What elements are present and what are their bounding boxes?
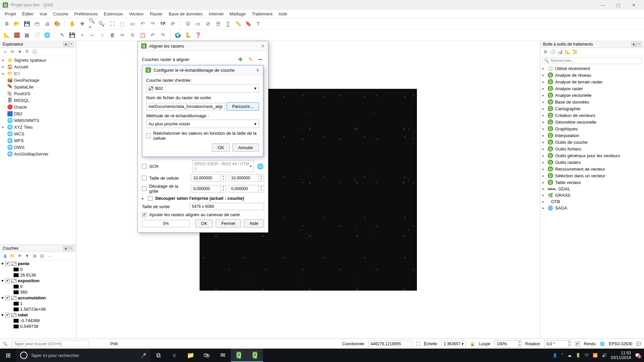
explorer-item[interactable]: ▸🏠Accueil: [0, 63, 76, 70]
notification-icon[interactable]: 💬2: [635, 353, 640, 358]
close-button[interactable]: ✕: [626, 0, 641, 10]
crs-icon[interactable]: 🌐: [600, 342, 605, 346]
add-raster-icon[interactable]: 🟫: [13, 31, 21, 39]
processing-item[interactable]: ▸QOutils fichiers: [540, 145, 644, 152]
zoom-last-icon[interactable]: ↶: [139, 20, 147, 28]
save-edits-icon[interactable]: 💾: [68, 31, 76, 39]
text-annotation-icon[interactable]: T: [254, 20, 262, 28]
cell-y-input[interactable]: ▲▼: [229, 174, 264, 182]
filter-icon[interactable]: ▼: [17, 49, 23, 55]
extents-icon[interactable]: ⛶: [416, 342, 420, 346]
add-layer-icon[interactable]: ✚: [236, 56, 244, 63]
processing-item[interactable]: ▸OTB: [540, 198, 644, 205]
processing-item[interactable]: ▸QBase de données: [540, 99, 644, 105]
clip-checkbox[interactable]: [148, 196, 153, 201]
layer-item[interactable]: ▾✔ndwi: [0, 312, 76, 318]
offset-y-input[interactable]: ▲▼: [229, 185, 264, 192]
minimize-button[interactable]: —: [595, 0, 610, 10]
zoom-layer-icon[interactable]: ▭: [128, 20, 137, 28]
menu-couche[interactable]: Couche: [51, 11, 71, 17]
cancel-button[interactable]: Annuler: [232, 143, 259, 152]
people-icon[interactable]: 👤: [552, 353, 557, 358]
new-map-view-icon[interactable]: 🗺: [159, 20, 167, 28]
explorer-item[interactable]: ▸🌐XYZ Tiles: [0, 124, 76, 130]
explorer-item[interactable]: ▸📁C:\: [0, 70, 76, 77]
add-vector-icon[interactable]: 📐: [3, 31, 11, 39]
processing-item[interactable]: ▸QAnalyse raster: [540, 85, 644, 92]
explorer-item[interactable]: ▸⭐Signets spatiaux: [0, 57, 76, 63]
volume-icon[interactable]: 🔊: [602, 353, 607, 358]
close-button[interactable]: Fermer: [216, 219, 241, 228]
explorer-item[interactable]: 📦GeoPackage: [0, 77, 76, 83]
browse-button[interactable]: Parcourir...: [226, 102, 259, 111]
offset-checkbox[interactable]: [142, 186, 147, 191]
add-canvas-checkbox[interactable]: ✔: [142, 213, 147, 217]
scr-combo[interactable]: EPSG:32630 - WGS 84 / UTM z ▾: [192, 160, 254, 172]
menu-base de données[interactable]: Base de données: [166, 11, 205, 17]
cellsize-checkbox[interactable]: [142, 176, 147, 180]
security-icon[interactable]: 🛡: [585, 353, 589, 358]
plugin-help-icon[interactable]: ❓: [194, 31, 202, 39]
zoom-in-icon[interactable]: 🔍+: [88, 20, 96, 28]
model-icon[interactable]: 📐: [565, 49, 571, 55]
properties-icon[interactable]: ⓘ: [32, 49, 38, 55]
map-canvas[interactable]: Q Aligner les rasters ✕ Couches raster à…: [76, 41, 540, 339]
processing-item[interactable]: ▸QTable vecteur: [540, 179, 644, 186]
taskbar-clock[interactable]: 11:53 03/11/2019: [611, 351, 631, 360]
undo-icon[interactable]: ↶: [149, 31, 157, 39]
layer-item[interactable]: ▾✔pente: [0, 261, 76, 266]
input-layer-combo[interactable]: B02 ▾: [146, 84, 259, 93]
processing-tree[interactable]: ▸🕓Utilisé récemment▸QAnalyse de réseau▸Q…: [540, 65, 644, 339]
filter-legend-icon[interactable]: ▼: [24, 253, 30, 259]
processing-item[interactable]: ▸🕓Utilisé récemment: [540, 65, 644, 72]
offset-x-input[interactable]: ▲▼: [191, 185, 226, 192]
paste-icon[interactable]: 📋: [139, 31, 147, 39]
refresh-icon[interactable]: ⟳: [9, 49, 15, 55]
render-checkbox[interactable]: ✔: [575, 342, 580, 346]
processing-item[interactable]: ▸🌀SAGA: [540, 205, 644, 211]
store-icon[interactable]: 🛍: [199, 349, 215, 362]
mic-icon[interactable]: 🎤: [141, 353, 146, 358]
zoom-out-icon[interactable]: 🔍-: [98, 20, 106, 28]
expand-icon[interactable]: ▸: [142, 196, 145, 201]
processing-item[interactable]: ▸QAnalyse de terrain raster: [540, 78, 644, 85]
panel-undock-icon[interactable]: ▣: [63, 246, 68, 251]
history-icon[interactable]: 🕓: [550, 49, 556, 55]
explorer-item[interactable]: 🌐ArcGisMapServer: [0, 150, 76, 157]
explorer-item[interactable]: 🗄MSSQL: [0, 97, 76, 104]
scale-combo[interactable]: 1:363657▾: [441, 341, 466, 347]
panel-undock-icon[interactable]: ▣: [631, 42, 636, 47]
measure-icon[interactable]: 📏: [234, 20, 242, 28]
panel-close-icon[interactable]: ✕: [69, 246, 73, 251]
add-group-icon[interactable]: 📁: [9, 253, 15, 259]
script-icon[interactable]: 📜: [572, 49, 578, 55]
zoom-selection-icon[interactable]: ⬚: [118, 20, 126, 28]
add-csv-icon[interactable]: 📄: [33, 31, 41, 39]
explorer-item[interactable]: 🌐WCS: [0, 130, 76, 137]
menu-aide[interactable]: Aide: [276, 11, 290, 17]
layer-style-icon[interactable]: 💧: [2, 253, 8, 259]
panel-undock-icon[interactable]: ▣: [63, 42, 68, 47]
bookmark-icon[interactable]: 🔖: [244, 20, 252, 28]
lock-icon[interactable]: 🔒: [470, 342, 475, 346]
plugin-python-icon[interactable]: 🐍: [184, 31, 192, 39]
field-calc-icon[interactable]: ∑: [224, 20, 232, 28]
delete-selected-icon[interactable]: 🗑: [108, 31, 116, 39]
explorer-item[interactable]: 🔴Oracle: [0, 104, 76, 110]
add-wms-icon[interactable]: 🌐: [43, 31, 51, 39]
collapse-all-icon[interactable]: ⊟: [39, 253, 45, 259]
add-feature-icon[interactable]: ＋: [78, 31, 86, 39]
style-manager-icon[interactable]: 🎨: [53, 20, 61, 28]
explorer-item[interactable]: 🌐WFS: [0, 137, 76, 144]
processing-item[interactable]: ▸QCartographie: [540, 105, 644, 112]
coord-input[interactable]: [368, 341, 412, 347]
rescale-checkbox[interactable]: [146, 133, 151, 138]
edit-layer-icon[interactable]: ✎: [247, 56, 254, 63]
wifi-icon[interactable]: 📶: [593, 353, 598, 358]
menu-traitement[interactable]: Traitement: [249, 11, 275, 17]
battery-icon[interactable]: 🔋: [576, 353, 581, 358]
file-explorer-icon[interactable]: 📁: [182, 349, 199, 362]
manage-visibility-icon[interactable]: 👁: [17, 253, 23, 259]
onedrive-icon[interactable]: ☁: [568, 353, 572, 358]
outsize-input[interactable]: [190, 203, 264, 210]
